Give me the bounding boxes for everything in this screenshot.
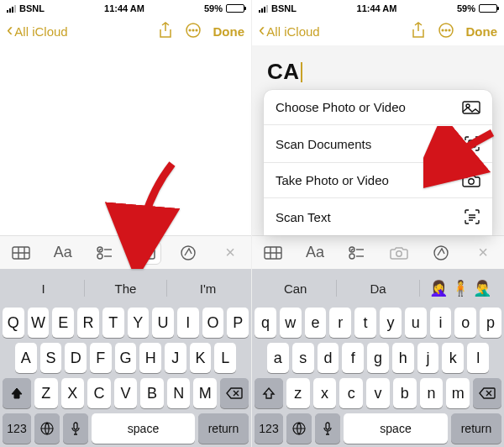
key[interactable]: Q — [3, 308, 24, 338]
key[interactable]: u — [405, 308, 427, 338]
key[interactable]: W — [28, 308, 50, 338]
suggestion[interactable]: I'm — [167, 274, 249, 302]
menu-choose-photo[interactable]: Choose Photo or Video — [264, 90, 492, 124]
key[interactable]: a — [267, 343, 289, 373]
space-key[interactable]: space — [92, 413, 195, 444]
table-icon[interactable] — [6, 241, 36, 265]
suggestion[interactable]: I — [3, 274, 84, 302]
suggestion[interactable]: The — [85, 274, 166, 302]
key[interactable]: m — [446, 378, 470, 408]
key[interactable]: t — [354, 308, 376, 338]
share-icon[interactable] — [411, 22, 426, 41]
key[interactable]: h — [392, 343, 414, 373]
numbers-key[interactable]: 123 — [3, 413, 31, 444]
key[interactable]: Y — [128, 308, 150, 338]
space-key[interactable]: space — [344, 413, 448, 444]
suggestion-emoji[interactable]: 🤦‍♀️ 🧍 🤦‍♂️ — [420, 274, 501, 302]
key[interactable]: r — [329, 308, 351, 338]
key[interactable]: P — [227, 308, 249, 338]
table-icon[interactable] — [258, 241, 288, 265]
numbers-key[interactable]: 123 — [255, 413, 283, 444]
back-button[interactable]: ‹ All iCloud — [7, 22, 158, 40]
suggestion[interactable]: Can — [255, 274, 336, 302]
shift-key[interactable] — [3, 378, 31, 408]
done-button[interactable]: Done — [213, 24, 245, 39]
key[interactable]: A — [15, 343, 37, 373]
key[interactable]: s — [292, 343, 314, 373]
key[interactable]: f — [342, 343, 364, 373]
key[interactable]: L — [214, 343, 236, 373]
key[interactable]: p — [480, 308, 501, 338]
back-label: All iCloud — [266, 24, 319, 39]
key[interactable]: B — [140, 378, 164, 408]
key[interactable]: G — [115, 343, 137, 373]
close-toolbar-button[interactable]: × — [215, 241, 245, 265]
globe-key[interactable] — [34, 413, 60, 444]
key[interactable]: E — [52, 308, 74, 338]
key[interactable]: g — [367, 343, 389, 373]
key[interactable]: X — [61, 378, 85, 408]
menu-scan-documents[interactable]: Scan Documents — [264, 124, 492, 162]
checklist-icon[interactable] — [90, 241, 120, 265]
key[interactable]: N — [167, 378, 191, 408]
key[interactable]: l — [467, 343, 489, 373]
key[interactable]: J — [165, 343, 186, 373]
more-icon[interactable] — [185, 22, 202, 41]
key[interactable]: v — [366, 378, 390, 408]
key[interactable]: C — [87, 378, 111, 408]
note-body[interactable]: CA Choose Photo or Video Scan Documents … — [252, 45, 504, 235]
key[interactable]: j — [417, 343, 439, 373]
done-button[interactable]: Done — [466, 24, 498, 39]
return-key[interactable]: return — [198, 413, 249, 444]
dictation-key[interactable] — [63, 413, 88, 444]
menu-take-photo[interactable]: Take Photo or Video — [264, 162, 492, 197]
key[interactable]: V — [114, 378, 138, 408]
key[interactable]: D — [65, 343, 87, 373]
key[interactable]: F — [90, 343, 112, 373]
key[interactable]: U — [152, 308, 174, 338]
key[interactable]: q — [255, 308, 276, 338]
key[interactable]: k — [442, 343, 464, 373]
key[interactable]: n — [420, 378, 444, 408]
key[interactable]: d — [318, 343, 339, 373]
back-button[interactable]: ‹ All iCloud — [259, 22, 411, 40]
text-format-button[interactable]: Aa — [300, 241, 330, 265]
key[interactable]: w — [280, 308, 302, 338]
dictation-key[interactable] — [315, 413, 340, 444]
key[interactable]: O — [202, 308, 224, 338]
key[interactable]: o — [454, 308, 476, 338]
backspace-key[interactable] — [220, 378, 249, 408]
camera-icon[interactable] — [131, 241, 161, 265]
note-body[interactable] — [0, 45, 251, 235]
camera-icon[interactable] — [384, 241, 414, 265]
checklist-icon[interactable] — [342, 241, 372, 265]
key[interactable]: z — [286, 378, 310, 408]
key[interactable]: R — [77, 308, 99, 338]
key[interactable]: y — [380, 308, 402, 338]
text-format-button[interactable]: Aa — [48, 241, 78, 265]
share-icon[interactable] — [158, 22, 173, 41]
key[interactable]: H — [139, 343, 161, 373]
key[interactable]: I — [177, 308, 199, 338]
key[interactable]: x — [313, 378, 337, 408]
more-icon[interactable] — [438, 22, 454, 41]
shift-key[interactable] — [255, 378, 283, 408]
suggestion[interactable]: Da — [337, 274, 418, 302]
markup-icon[interactable] — [173, 241, 203, 265]
key[interactable]: c — [339, 378, 363, 408]
menu-scan-text[interactable]: Scan Text — [264, 197, 492, 235]
key[interactable]: e — [305, 308, 327, 338]
markup-icon[interactable] — [426, 241, 456, 265]
key[interactable]: K — [190, 343, 212, 373]
svg-point-1 — [189, 29, 191, 31]
key[interactable]: b — [393, 378, 417, 408]
key[interactable]: M — [193, 378, 217, 408]
key[interactable]: T — [102, 308, 124, 338]
globe-key[interactable] — [286, 413, 312, 444]
key[interactable]: S — [40, 343, 62, 373]
key[interactable]: Z — [34, 378, 58, 408]
return-key[interactable]: return — [451, 413, 501, 444]
key[interactable]: i — [430, 308, 452, 338]
backspace-key[interactable] — [473, 378, 501, 408]
close-toolbar-button[interactable]: × — [468, 241, 498, 265]
